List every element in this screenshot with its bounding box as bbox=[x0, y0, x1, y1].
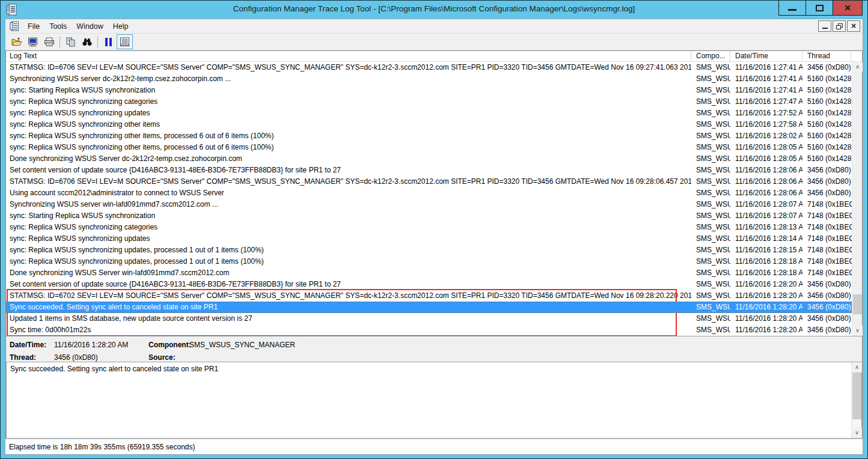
log-component-cell: SMS_WSUS bbox=[691, 313, 730, 324]
log-thread-cell: 7148 (0x1BEC) bbox=[802, 222, 853, 233]
detail-datetime-value: 11/16/2016 1:28:20 AM bbox=[54, 341, 148, 349]
column-header-thread[interactable]: Thread bbox=[802, 51, 851, 61]
detail-thread-value: 3456 (0xD80) bbox=[54, 353, 148, 362]
log-row[interactable]: sync: Replica WSUS synchronizing categor… bbox=[6, 222, 853, 233]
log-datetime-cell: 11/16/2016 1:28:06 AM bbox=[730, 176, 802, 187]
log-row[interactable]: STATMSG: ID=6706 SEV=I LEV=M SOURCE="SMS… bbox=[6, 62, 853, 73]
log-datetime-cell: 11/16/2016 1:27:41 AM bbox=[730, 62, 802, 73]
log-rows: STATMSG: ID=6706 SEV=I LEV=M SOURCE="SMS… bbox=[6, 62, 853, 336]
log-component-cell: SMS_WSUS bbox=[691, 302, 730, 313]
maximize-button[interactable] bbox=[805, 1, 833, 16]
log-row[interactable]: sync: Replica WSUS synchronizing other i… bbox=[6, 142, 853, 153]
log-row[interactable]: sync: Replica WSUS synchronizing updates… bbox=[6, 256, 853, 267]
log-vertical-scrollbar[interactable]: ∧ ∨ bbox=[852, 62, 862, 336]
scroll-up-arrow-icon[interactable]: ∧ bbox=[852, 362, 862, 372]
log-row[interactable]: Synchronizing WSUS server win-lafd091mmd… bbox=[6, 199, 853, 210]
menu-window[interactable]: Window bbox=[72, 21, 108, 32]
log-row[interactable]: sync: Starting Replica WSUS synchronizat… bbox=[6, 85, 853, 96]
minimize-button[interactable] bbox=[778, 1, 806, 16]
detail-vertical-scrollbar[interactable]: ∧ ∨ bbox=[851, 362, 861, 438]
print-button[interactable] bbox=[41, 34, 57, 49]
mdi-minimize-icon bbox=[822, 28, 828, 29]
mdi-close-button[interactable]: ✕ bbox=[847, 20, 860, 32]
log-row[interactable]: Set content version of update source {D4… bbox=[6, 279, 853, 290]
log-text-cell: Set content version of update source {D4… bbox=[6, 165, 691, 176]
log-thread-cell: 5160 (0x1428) bbox=[802, 119, 853, 130]
log-datetime-cell: 11/16/2016 1:28:07 AM bbox=[730, 199, 802, 210]
find-button[interactable] bbox=[79, 34, 95, 49]
detail-body[interactable]: Sync succeeded. Setting sync alert to ca… bbox=[6, 362, 862, 439]
log-thread-cell: 7148 (0x1BEC) bbox=[802, 233, 853, 245]
log-row[interactable]: Synchronizing WSUS server dc-2k12r2-temp… bbox=[6, 73, 853, 85]
mdi-minimize-button[interactable] bbox=[818, 20, 831, 32]
log-component-cell: SMS_WSUS bbox=[691, 165, 730, 176]
title-bar[interactable]: Configuration Manager Trace Log Tool - [… bbox=[1, 1, 867, 19]
log-text-cell: Sync time: 0d00h01m22s bbox=[6, 324, 691, 336]
menu-tools[interactable]: Tools bbox=[44, 21, 72, 32]
close-button[interactable]: ✕ bbox=[833, 1, 863, 16]
log-text-cell: sync: Starting Replica WSUS synchronizat… bbox=[6, 85, 691, 96]
app-window: Configuration Manager Trace Log Tool - [… bbox=[0, 0, 868, 459]
log-row[interactable]: STATMSG: ID=6706 SEV=I LEV=M SOURCE="SMS… bbox=[6, 176, 853, 187]
log-row[interactable]: sync: Replica WSUS synchronizing other i… bbox=[6, 130, 853, 142]
detail-component-value: SMS_WSUS_SYNC_MANAGER bbox=[189, 341, 862, 349]
column-header-component[interactable]: Compo... bbox=[691, 51, 730, 61]
log-text-cell: sync: Replica WSUS synchronizing updates bbox=[6, 233, 691, 245]
show-detail-toggle[interactable] bbox=[117, 34, 133, 49]
log-datetime-cell: 11/16/2016 1:28:05 AM bbox=[730, 153, 802, 165]
scroll-thumb[interactable] bbox=[853, 294, 862, 314]
log-row[interactable]: sync: Replica WSUS synchronizing updates… bbox=[6, 108, 853, 119]
log-row[interactable]: Using account sccm2012\administrator to … bbox=[6, 187, 853, 199]
log-datetime-cell: 11/16/2016 1:28:20 AM bbox=[730, 302, 802, 313]
detail-panel: Date/Time: 11/16/2016 1:28:20 AM Compone… bbox=[6, 336, 862, 362]
log-thread-cell: 3456 (0xD80) bbox=[802, 324, 853, 336]
log-datetime-cell: 11/16/2016 1:28:20 AM bbox=[730, 324, 802, 336]
log-thread-cell: 7148 (0x1BEC) bbox=[802, 199, 853, 210]
status-bar: Elapsed time is 18h 18m 39s 355ms (65919… bbox=[5, 439, 863, 454]
log-row[interactable]: sync: Replica WSUS synchronizing categor… bbox=[6, 96, 853, 108]
error-lookup-button[interactable] bbox=[25, 34, 41, 49]
detail-source-label: Source: bbox=[148, 353, 189, 362]
copy-button[interactable] bbox=[63, 34, 79, 49]
scroll-down-arrow-icon[interactable]: ∨ bbox=[852, 428, 862, 438]
toolbar-separator bbox=[97, 36, 98, 47]
log-row[interactable]: sync: Replica WSUS synchronizing updates… bbox=[6, 245, 853, 256]
log-row[interactable]: Sync time: 0d00h01m22s SMS_WSUS 11/16/20… bbox=[6, 324, 853, 336]
pause-button[interactable] bbox=[100, 34, 117, 49]
scroll-down-arrow-icon[interactable]: ∨ bbox=[852, 326, 863, 336]
log-thread-cell: 3456 (0xD80) bbox=[802, 62, 853, 73]
scroll-thumb[interactable] bbox=[852, 372, 861, 419]
log-thread-cell: 3456 (0xD80) bbox=[802, 279, 853, 290]
maximize-icon bbox=[816, 5, 824, 11]
log-row[interactable]: Updated 1 items in SMS database, new upd… bbox=[6, 313, 853, 324]
log-text-cell: Updated 1 items in SMS database, new upd… bbox=[6, 313, 691, 324]
column-header-datetime[interactable]: Date/Time bbox=[730, 51, 802, 61]
open-folder-icon bbox=[11, 37, 22, 47]
log-row[interactable]: STATMSG: ID=6702 SEV=I LEV=M SOURCE="SMS… bbox=[6, 290, 853, 302]
log-thread-cell: 7148 (0x1BEC) bbox=[802, 267, 853, 279]
log-thread-cell: 5160 (0x1428) bbox=[802, 142, 853, 153]
log-row[interactable]: sync: Replica WSUS synchronizing updates… bbox=[6, 233, 853, 245]
log-text-cell: sync: Replica WSUS synchronizing other i… bbox=[6, 119, 691, 130]
log-text-cell: sync: Replica WSUS synchronizing updates… bbox=[6, 256, 691, 267]
menu-help[interactable]: Help bbox=[108, 21, 133, 32]
log-datetime-cell: 11/16/2016 1:28:18 AM bbox=[730, 267, 802, 279]
log-datetime-cell: 11/16/2016 1:28:05 AM bbox=[730, 142, 802, 153]
log-row[interactable]: Done synchronizing WSUS Server win-lafd0… bbox=[6, 267, 853, 279]
log-row[interactable]: Sync succeeded. Setting sync alert to ca… bbox=[6, 302, 853, 313]
mdi-restore-button[interactable] bbox=[833, 20, 846, 32]
log-row[interactable]: sync: Replica WSUS synchronizing other i… bbox=[6, 119, 853, 130]
log-row[interactable]: Done synchronizing WSUS Server dc-2k12r2… bbox=[6, 153, 853, 165]
elapsed-time-text: Elapsed time is 18h 18m 39s 355ms (65919… bbox=[9, 443, 195, 451]
open-button[interactable] bbox=[8, 34, 25, 49]
log-datetime-cell: 11/16/2016 1:27:47 AM bbox=[730, 96, 802, 108]
log-text-cell: STATMSG: ID=6706 SEV=I LEV=M SOURCE="SMS… bbox=[6, 62, 691, 73]
menu-file[interactable]: File bbox=[23, 21, 44, 32]
log-row[interactable]: sync: Starting Replica WSUS synchronizat… bbox=[6, 210, 853, 222]
log-datetime-cell: 11/16/2016 1:27:58 AM bbox=[730, 119, 802, 130]
log-row[interactable]: Set content version of update source {D4… bbox=[6, 165, 853, 176]
scroll-up-arrow-icon[interactable]: ∧ bbox=[852, 62, 863, 72]
column-header-log-text[interactable]: Log Text bbox=[6, 51, 691, 61]
log-text-cell: sync: Replica WSUS synchronizing updates bbox=[6, 108, 691, 119]
detail-thread-label: Thread: bbox=[10, 353, 54, 362]
